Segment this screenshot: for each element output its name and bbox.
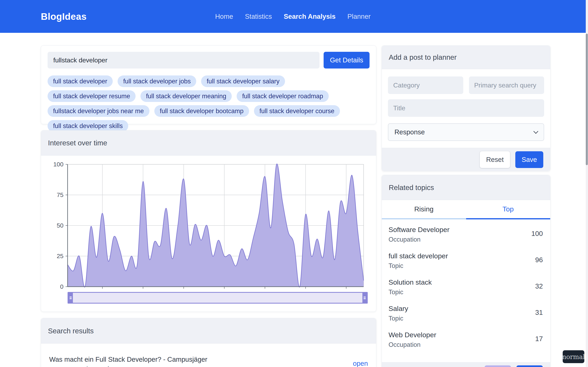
reset-button[interactable]: Reset [480, 151, 510, 168]
interest-card-header: Intereset over time [41, 131, 376, 156]
nav-links: Home Statistics Search Analysis Planner [0, 0, 586, 33]
primary-search-query-field[interactable] [469, 76, 544, 94]
suggestion-chip[interactable]: full stack developer roadmap [237, 90, 329, 102]
topic-value: 17 [535, 335, 543, 343]
related-topics-title: Related topics [389, 184, 434, 192]
tab-top[interactable]: Top [466, 200, 550, 219]
topic-title: Solution stack [389, 278, 543, 286]
topic-row: Web Developer Occupation 17 [389, 326, 543, 352]
suggestion-chip[interactable]: full stack developer salary [201, 75, 285, 87]
nav-item-statistics[interactable]: Statistics [245, 13, 272, 20]
result-url: www.campusjaeger.de [49, 365, 112, 367]
suggestion-chip[interactable]: full stack developer course [254, 105, 340, 117]
get-details-button[interactable]: Get Details [324, 52, 370, 68]
related-topics-header: Related topics [382, 175, 550, 200]
nav-item-planner[interactable]: Planner [347, 13, 371, 20]
topic-row: Solution stack Topic 32 [389, 273, 543, 300]
related-topics-card: Related topics Rising Top Software Devel… [381, 175, 550, 367]
topic-value: 96 [535, 256, 543, 264]
suggestion-chip[interactable]: full stack developer meaning [140, 90, 232, 102]
svg-text:75: 75 [57, 192, 63, 198]
search-results-card: Search results Was macht ein Full Stack … [41, 318, 376, 367]
planner-card-footer: Reset Save [382, 148, 550, 171]
title-field[interactable] [388, 99, 544, 117]
topic-title: Software Developer [389, 226, 543, 234]
topic-value: 32 [535, 282, 543, 290]
topic-row: Software Developer Occupation 100 [389, 221, 543, 247]
topic-value: 31 [535, 309, 543, 317]
suggestion-chips: full stack developer full stack develope… [48, 75, 370, 132]
navbar: BlogIdeas Home Statistics Search Analysi… [0, 0, 586, 33]
svg-text:50: 50 [57, 222, 63, 229]
planner-card-header: Add a post to planner [382, 46, 550, 69]
svg-text:100: 100 [53, 162, 63, 167]
suggestion-chip[interactable]: full stack developer skills [48, 120, 128, 132]
nav-item-home[interactable]: Home [215, 13, 233, 20]
suggestion-chip[interactable]: full stack developer resume [48, 90, 136, 102]
topic-value: 100 [531, 230, 543, 238]
topic-type: Occupation [389, 341, 543, 349]
svg-text:25: 25 [57, 253, 63, 259]
pagination-prev-button[interactable] [484, 365, 511, 367]
chevron-down-icon [533, 129, 538, 134]
result-title: Was macht ein Full Stack Developer? - Ca… [49, 356, 208, 363]
topic-row: full stack developer Topic 96 [389, 247, 543, 273]
tab-rising[interactable]: Rising [382, 200, 466, 219]
search-card: Get Details full stack developer full st… [41, 45, 376, 124]
brush-left-handle[interactable] [68, 293, 73, 303]
suggestion-chip[interactable]: full stack developer bootcamp [154, 105, 249, 117]
topic-title: Salary [389, 305, 543, 313]
svg-text:0: 0 [60, 283, 63, 290]
category-field[interactable] [388, 76, 463, 94]
pagination-next-button[interactable] [516, 365, 543, 367]
suggestion-chip[interactable]: full stack developer jobs [118, 75, 196, 87]
topic-title: full stack developer [389, 252, 543, 260]
page-scrollbar-thumb[interactable] [586, 34, 588, 165]
brush-right-handle[interactable] [362, 293, 367, 303]
status-badge: normal [563, 350, 584, 363]
nav-item-search-analysis[interactable]: Search Analysis [284, 13, 336, 20]
topic-type: Topic [389, 262, 543, 269]
related-topics-list: Software Developer Occupation 100 full s… [382, 219, 550, 352]
topic-type: Topic [389, 315, 543, 322]
search-results-title: Search results [48, 327, 94, 335]
topic-row: Salary Topic 31 [389, 300, 543, 326]
interest-card-title: Intereset over time [48, 139, 107, 147]
add-post-planner-card: Add a post to planner Response Reset Sav… [381, 45, 550, 171]
topic-type: Occupation [389, 236, 543, 243]
related-topics-tabs: Rising Top [382, 200, 550, 219]
suggestion-chip[interactable]: full stack developer [48, 75, 113, 87]
chart-range-brush[interactable] [68, 292, 368, 304]
interest-over-time-card: Intereset over time 0255075100Jun 13, 20… [41, 130, 376, 312]
interest-area-chart: 0255075100Jun 13, 2021Aug 1, 2021Sep 19,… [53, 162, 368, 301]
response-select-label: Response [394, 128, 425, 136]
search-results-header: Search results [41, 318, 376, 343]
related-card-footer [382, 362, 550, 367]
search-input[interactable] [48, 52, 320, 68]
topic-type: Topic [389, 289, 543, 296]
topic-title: Web Developer [389, 331, 543, 339]
result-open-link[interactable]: open [353, 360, 368, 367]
response-select[interactable]: Response [388, 123, 544, 141]
suggestion-chip[interactable]: fullstack developer jobs near me [48, 105, 149, 117]
save-button[interactable]: Save [515, 151, 543, 168]
planner-card-title: Add a post to planner [389, 53, 457, 61]
